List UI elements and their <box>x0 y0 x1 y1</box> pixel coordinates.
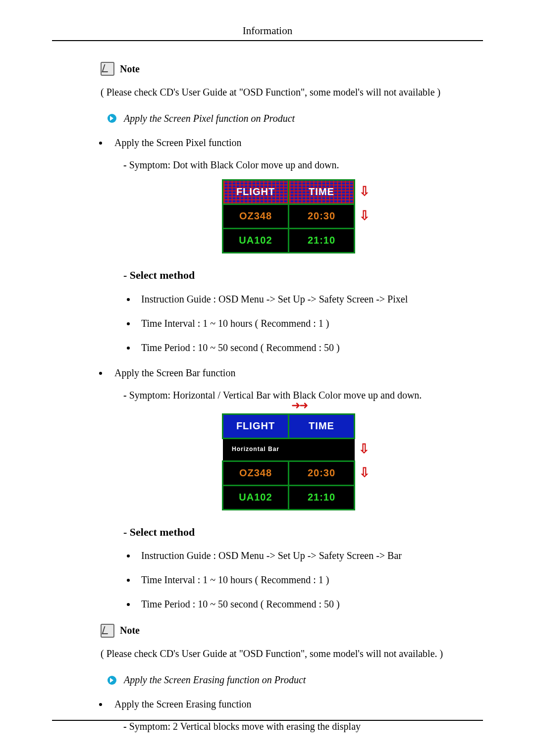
pixel-table: FLIGHT TIME ⇩ OZ348 20:30 ⇩ UA102 21:10 <box>114 179 483 253</box>
down-arrow-icon: ⇩ <box>355 180 375 204</box>
bar-table: FLIGHT TIME Horizontal Bar ⇩ OZ348 20:30 <box>114 413 483 510</box>
select-method-heading: - Select method <box>123 267 483 283</box>
pixel-apply-item: Apply the Screen Pixel function Symptom:… <box>108 136 483 355</box>
bar-method-3: Time Period : 10 ~ 50 second ( Recommend… <box>136 597 483 611</box>
t1-hdr-flight: FLIGHT <box>223 180 289 204</box>
note-label: Note <box>120 625 140 636</box>
footer-rule <box>52 720 483 721</box>
down-arrow-icon: ⇩ <box>355 461 375 485</box>
page-header: Information <box>52 25 483 40</box>
bar-method-2: Time Interval : 1 ~ 10 hours ( Recommend… <box>136 573 483 587</box>
t2-hdr-flight: FLIGHT <box>223 414 289 438</box>
t1-r1-time: 20:30 <box>289 204 355 228</box>
note2-text: ( Please check CD's User Guide at "OSD F… <box>101 647 483 661</box>
t2-hbar: Horizontal Bar <box>223 438 289 461</box>
t2-hdr-time: TIME <box>289 414 355 438</box>
pixel-method-1: Instruction Guide : OSD Menu -> Set Up -… <box>136 292 483 306</box>
note-icon <box>101 62 114 76</box>
t1-r1-flight: OZ348 <box>223 204 289 228</box>
erase-symptom: Symptom: 2 Vertical blocks move with era… <box>114 719 483 734</box>
select-method-heading-2: - Select method <box>123 524 483 540</box>
arrow1-text: Apply the Screen Pixel function on Produ… <box>124 113 295 124</box>
arrow-right-icon <box>107 676 116 685</box>
t2-r2-time: 21:10 <box>289 485 355 509</box>
right-arrow-icon: ➜ ➜ <box>291 399 306 411</box>
t1-r2-flight: UA102 <box>223 228 289 252</box>
t1-r2-time: 21:10 <box>289 228 355 252</box>
pixel-symptom: Symptom: Dot with Black Color move up an… <box>114 158 483 172</box>
arrow2-text: Apply the Screen Erasing function on Pro… <box>124 674 306 685</box>
t2-r1-time: 20:30 <box>289 461 355 485</box>
note-icon <box>101 624 114 638</box>
note1-text: ( Please check CD's User Guide at "OSD F… <box>101 85 483 100</box>
down-arrow-icon: ⇩ <box>355 438 375 461</box>
t2-r2-flight: UA102 <box>223 485 289 509</box>
bar-method-1: Instruction Guide : OSD Menu -> Set Up -… <box>136 549 483 563</box>
arrow-right-icon <box>107 114 116 123</box>
note-label: Note <box>120 63 140 74</box>
t1-hdr-time: TIME <box>289 180 355 204</box>
t2-r1-flight: OZ348 <box>223 461 289 485</box>
pixel-method-3: Time Period : 10 ~ 50 second ( Recommend… <box>136 341 483 355</box>
bar-apply-item: Apply the Screen Bar function Symptom: H… <box>108 366 483 612</box>
erase-apply-item: Apply the Screen Erasing function Sympto… <box>108 697 483 734</box>
page-content: Note ( Please check CD's User Guide at "… <box>52 41 483 734</box>
down-arrow-icon: ⇩ <box>355 204 375 228</box>
pixel-method-2: Time Interval : 1 ~ 10 hours ( Recommend… <box>136 316 483 331</box>
